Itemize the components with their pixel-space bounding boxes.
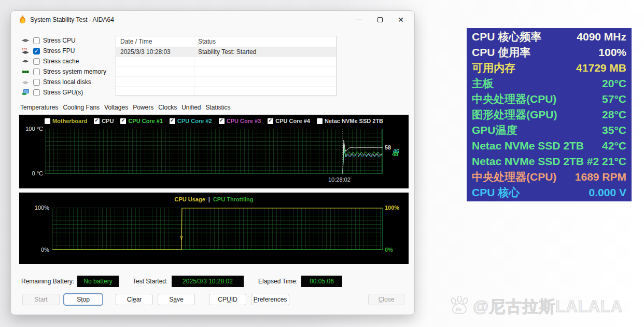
stop-button[interactable]: Stop xyxy=(64,294,103,305)
tab-unified[interactable]: Unified xyxy=(181,104,201,111)
legend-checkbox[interactable] xyxy=(317,118,323,124)
battery-label: Remaining Battery: xyxy=(21,276,74,287)
stability-test-window: System Stability Test - AIDA64 — ✕ Stres… xyxy=(10,10,415,315)
temperature-legend: Motherboard CPU CPU Core #1 CPU Core #2 … xyxy=(19,118,409,124)
sensor-row-motherboard-temp: 主板20°C xyxy=(472,76,626,91)
legend-cpu-core-4[interactable]: CPU Core #4 xyxy=(268,118,310,124)
maximize-icon[interactable] xyxy=(370,11,390,29)
throttling-title: CPU Throttling xyxy=(213,196,254,202)
legend-checkbox[interactable] xyxy=(219,118,225,124)
temperature-chart: Motherboard CPU CPU Core #1 CPU Core #2 … xyxy=(19,115,409,188)
legend-checkbox[interactable] xyxy=(170,118,175,124)
column-header-datetime[interactable]: Date / Time xyxy=(116,36,194,47)
y-axis-min: 0 °C xyxy=(20,170,43,176)
disk-icon xyxy=(20,79,31,85)
button-row: Start Stop Clear Save CPUID Preferences … xyxy=(11,294,414,305)
minimize-icon[interactable]: — xyxy=(349,11,370,29)
legend-cpu-core-2[interactable]: CPU Core #2 xyxy=(170,118,212,124)
sensor-row-gpu-diode-temp: GPU温度35°C xyxy=(472,122,626,138)
legend-netac-ssd[interactable]: Netac NVMe SSD 2TB xyxy=(317,118,383,124)
sensor-row-gpu-temp: 图形处理器(GPU)28°C xyxy=(472,107,626,122)
sensor-row-cpu-fan: 中央处理器(CPU)1689 RPM xyxy=(472,169,626,185)
battery-value: No battery xyxy=(77,276,119,287)
table-row[interactable] xyxy=(116,57,336,67)
legend-cpu[interactable]: CPU xyxy=(94,118,114,124)
usage-title: CPU Usage xyxy=(175,196,205,202)
stress-memory-label: Stress system memory xyxy=(43,68,106,75)
tab-clocks[interactable]: Clocks xyxy=(158,104,177,111)
stress-cache-checkbox[interactable] xyxy=(33,58,40,65)
tab-cooling-fans[interactable]: Cooling Fans xyxy=(63,104,100,111)
sensor-row-ssd2-temp: Netac NVMe SSD 2TB #221°C xyxy=(472,154,626,169)
close-icon[interactable]: ✕ xyxy=(390,11,411,29)
legend-cpu-core-3[interactable]: CPU Core #3 xyxy=(219,118,261,124)
tab-statistics[interactable]: Statistics xyxy=(206,104,231,111)
stress-cpu-checkbox[interactable] xyxy=(33,37,40,44)
svg-text:123: 123 xyxy=(22,48,27,51)
gpu-icon xyxy=(20,89,31,96)
table-row[interactable]: 2025/3/3 10:28:03 Stability Test: Starte… xyxy=(116,47,336,57)
tab-powers[interactable]: Powers xyxy=(133,104,153,111)
table-row[interactable] xyxy=(116,87,336,97)
log-datetime: 2025/3/3 10:28:03 xyxy=(116,47,194,57)
watermark: du @尼古拉斯LALALA xyxy=(449,296,623,318)
cpuid-button[interactable]: CPUID xyxy=(209,294,246,305)
save-button[interactable]: Save xyxy=(158,294,195,305)
clear-button[interactable]: Clear xyxy=(116,294,153,305)
usage-left-min: 0% xyxy=(26,247,49,253)
close-button[interactable]: Close xyxy=(368,294,404,305)
memory-icon xyxy=(20,69,31,74)
usage-right-max: 100% xyxy=(385,205,399,211)
y-axis-max: 100 °C xyxy=(20,126,43,132)
legend-motherboard[interactable]: Motherboard xyxy=(45,118,87,124)
column-header-status[interactable]: Status xyxy=(194,36,336,47)
series-value-core1: 48 xyxy=(392,151,398,157)
cpu-usage-chart: CPU Usage | CPU Throttling 100% 0% 100% … xyxy=(19,193,409,264)
stress-option-cpu[interactable]: Stress CPU xyxy=(20,36,76,45)
stress-cache-label: Stress cache xyxy=(43,58,79,65)
titlebar: System Stability Test - AIDA64 — ✕ xyxy=(11,11,414,29)
window-title: System Stability Test - AIDA64 xyxy=(30,11,114,29)
aida64-flame-icon xyxy=(19,15,26,26)
series-value-cpu: 58 xyxy=(385,144,391,151)
temperature-plot xyxy=(45,129,383,174)
event-log-table: Date / Time Status 2025/3/3 10:28:03 Sta… xyxy=(116,36,337,96)
tab-temperatures[interactable]: Temperatures xyxy=(20,104,58,111)
status-bar: Remaining Battery: No battery Test Start… xyxy=(11,276,414,287)
stress-gpu-checkbox[interactable] xyxy=(33,89,40,96)
log-status: Stability Test: Started xyxy=(194,47,336,57)
usage-left-max: 100% xyxy=(26,205,49,211)
legend-checkbox[interactable] xyxy=(45,118,50,124)
stress-disks-label: Stress local disks xyxy=(43,78,91,86)
cache-icon xyxy=(20,59,31,64)
table-row[interactable] xyxy=(116,67,336,77)
legend-checkbox[interactable] xyxy=(94,118,100,124)
stress-option-cache[interactable]: Stress cache xyxy=(20,57,79,66)
stress-fpu-checkbox[interactable] xyxy=(33,48,40,55)
elapsed-label: Elapsed Time: xyxy=(258,276,298,287)
sensor-row-free-memory: 可用内存41729 MB xyxy=(472,60,626,76)
legend-checkbox[interactable] xyxy=(120,118,126,124)
stress-option-disks[interactable]: Stress local disks xyxy=(20,77,91,87)
usage-right-min: 0% xyxy=(385,247,393,253)
stress-option-fpu[interactable]: 123 Stress FPU xyxy=(20,46,75,56)
legend-checkbox[interactable] xyxy=(268,118,273,124)
stress-fpu-label: Stress FPU xyxy=(43,47,75,55)
stress-disks-checkbox[interactable] xyxy=(33,79,40,86)
stress-cpu-label: Stress CPU xyxy=(43,37,76,44)
tab-voltages[interactable]: Voltages xyxy=(104,104,128,111)
start-button[interactable]: Start xyxy=(22,294,60,305)
sensor-panel: CPU 核心频率4090 MHz CPU 使用率100% 可用内存41729 M… xyxy=(467,28,632,201)
baidu-paw-icon: du xyxy=(449,296,471,318)
stress-option-gpu[interactable]: Stress GPU(s) xyxy=(20,88,83,97)
preferences-button[interactable]: Preferences xyxy=(251,294,289,305)
table-row[interactable] xyxy=(116,77,336,87)
stress-memory-checkbox[interactable] xyxy=(33,69,40,75)
legend-cpu-core-1[interactable]: CPU Core #1 xyxy=(120,118,163,124)
x-axis-time-label: 10:28:02 xyxy=(328,176,351,183)
title-separator: | xyxy=(208,196,210,202)
usage-chart-title: CPU Usage | CPU Throttling xyxy=(19,196,409,202)
elapsed-value: 00:05:06 xyxy=(301,276,342,287)
sensor-row-cpu-core-voltage: CPU 核心0.000 V xyxy=(472,185,626,200)
stress-option-memory[interactable]: Stress system memory xyxy=(20,67,106,76)
